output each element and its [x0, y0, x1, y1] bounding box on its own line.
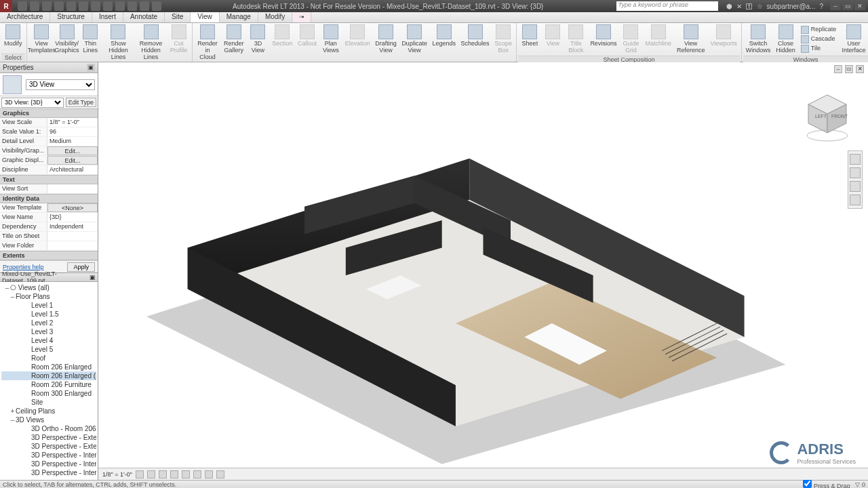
- visibility-graphics-button[interactable]: Visibility/ Graphics: [55, 23, 79, 62]
- search-input[interactable]: Type a keyword or phrase: [616, 1, 718, 11]
- key-icon[interactable]: ⚿: [746, 3, 753, 10]
- lock-3d-icon[interactable]: [193, 470, 201, 479]
- qat-more-icon[interactable]: [152, 1, 161, 11]
- tree-3d-item[interactable]: 3D Perspective - Interior: [1, 451, 96, 460]
- prop-detail-level[interactable]: Detail LevelMedium: [0, 137, 98, 146]
- close-hidden-button[interactable]: Close Hidden: [773, 23, 798, 56]
- tree-3d-item[interactable]: 3D Perspective - Exterio: [1, 433, 96, 442]
- view-cube[interactable]: LEFT FRONT: [800, 89, 854, 144]
- scale-display[interactable]: 1/8" = 1'-0": [102, 471, 132, 478]
- duplicate-view-button[interactable]: Duplicate View: [399, 23, 430, 62]
- tab-structure[interactable]: Structure: [50, 12, 92, 22]
- qat-save-icon[interactable]: [30, 1, 39, 11]
- type-dropdown[interactable]: 3D View: [26, 79, 95, 90]
- prop-view-scale[interactable]: View Scale1/8" = 1'-0": [0, 118, 98, 127]
- viewports-button[interactable]: Viewports: [707, 23, 739, 56]
- 3d-viewport[interactable]: – ▭ ✕: [98, 62, 868, 480]
- tree-level[interactable]: Roof: [1, 354, 96, 363]
- thin-lines-button[interactable]: Thin Lines: [79, 23, 102, 62]
- tree-level[interactable]: Level 2: [1, 319, 96, 327]
- qat-undo-icon[interactable]: [42, 1, 52, 11]
- tree-floor-plans[interactable]: –Floor Plans: [1, 292, 96, 301]
- tab-modify[interactable]: Modify: [258, 12, 292, 22]
- qat-dim-icon[interactable]: [91, 1, 100, 11]
- scope-box-button[interactable]: Scope Box: [492, 23, 515, 62]
- steering-wheel-icon[interactable]: [850, 154, 861, 165]
- tree-level[interactable]: Room 206 Enlarged: [1, 363, 96, 371]
- tree-level[interactable]: Level 3: [1, 327, 96, 336]
- prop-view-name[interactable]: View Name{3D}: [0, 213, 98, 222]
- signin-user[interactable]: subpartner@a...: [767, 3, 816, 10]
- prop-view-template[interactable]: View Template<None>: [0, 203, 98, 213]
- maximize-button[interactable]: ▭: [842, 2, 853, 10]
- tree-3d-item[interactable]: 3D Perspective - Interior: [1, 468, 96, 477]
- remove-hidden-lines-button[interactable]: Remove Hidden Lines: [134, 23, 167, 62]
- user-interface-button[interactable]: User Interface: [839, 23, 868, 56]
- view-reference-button[interactable]: View Reference: [674, 23, 708, 56]
- instance-dropdown[interactable]: 3D View: {3D}: [1, 98, 64, 108]
- prop-view-folder[interactable]: View Folder: [0, 241, 98, 251]
- guide-grid-button[interactable]: Guide Grid: [619, 23, 642, 56]
- tree-ceiling-plans[interactable]: +Ceiling Plans: [1, 407, 96, 415]
- matchline-button[interactable]: Matchline: [642, 23, 674, 56]
- modify-button[interactable]: Modify: [1, 23, 25, 54]
- qat-print-icon[interactable]: [66, 1, 76, 11]
- crop-region-icon[interactable]: [182, 470, 190, 479]
- tab-site[interactable]: Site: [165, 12, 191, 22]
- prop-dependency[interactable]: DependencyIndependent: [0, 222, 98, 232]
- exchange-icon[interactable]: ✕: [736, 3, 742, 10]
- model-canvas[interactable]: [98, 62, 868, 473]
- tab-insert[interactable]: Insert: [92, 12, 123, 22]
- qat-text-icon[interactable]: [103, 1, 113, 11]
- tree-level[interactable]: Level 1: [1, 301, 96, 310]
- plan-views-button[interactable]: Plan Views: [319, 23, 342, 62]
- temp-hide-icon[interactable]: [205, 470, 213, 479]
- sheet-button[interactable]: Sheet: [518, 23, 541, 56]
- tree-level[interactable]: Room 300 Enlarged: [1, 389, 96, 398]
- legends-button[interactable]: Legends: [430, 23, 458, 62]
- prop-discipline[interactable]: DisciplineArchitectural: [0, 165, 98, 175]
- qat-measure-icon[interactable]: [79, 1, 88, 11]
- 3d-view-button[interactable]: 3D View: [246, 23, 269, 62]
- visual-style-icon[interactable]: [136, 470, 144, 479]
- orbit-icon[interactable]: [850, 195, 861, 205]
- press-drag-toggle[interactable]: Press & Drag: [803, 479, 850, 488]
- tab-architecture[interactable]: Architecture: [0, 12, 50, 22]
- properties-type-selector[interactable]: 3D View: [0, 73, 98, 96]
- cut-profile-button[interactable]: Cut Profile: [167, 23, 191, 62]
- sun-path-icon[interactable]: [147, 470, 155, 479]
- fav-icon[interactable]: ☆: [757, 3, 763, 10]
- qat-section-icon[interactable]: [127, 1, 137, 11]
- tree-level[interactable]: Level 1.5: [1, 310, 96, 319]
- prop-scale-value[interactable]: Scale Value 1:96: [0, 127, 98, 137]
- prop-graphic-display[interactable]: Graphic Displ...Edit...: [0, 156, 98, 165]
- switch-windows-button[interactable]: Switch Windows: [743, 23, 774, 56]
- reveal-icon[interactable]: [216, 470, 224, 479]
- render-cloud-button[interactable]: Render in Cloud: [194, 23, 222, 62]
- tree-3d-item[interactable]: 3D Perspective - Interior: [1, 460, 96, 468]
- pan-icon[interactable]: [850, 167, 861, 178]
- edit-type-button[interactable]: Edit Type: [66, 98, 96, 107]
- subscription-icon[interactable]: ⬢: [726, 3, 732, 10]
- tree-level[interactable]: Room 206 Furniture: [1, 380, 96, 389]
- tab-annotate[interactable]: Annotate: [123, 12, 165, 22]
- drafting-view-button[interactable]: Drafting View: [372, 23, 399, 62]
- schedules-button[interactable]: Schedules: [458, 23, 492, 62]
- view-templates-button[interactable]: View Templates: [28, 23, 55, 62]
- minimize-button[interactable]: –: [830, 2, 841, 10]
- zoom-icon[interactable]: [850, 181, 861, 192]
- prop-visibility[interactable]: Visibility/Grap...Edit...: [0, 146, 98, 156]
- filter-icon[interactable]: ▽ 0: [855, 481, 865, 488]
- section-button[interactable]: Section: [269, 23, 295, 62]
- place-view-button[interactable]: View: [541, 23, 564, 56]
- qat-open-icon[interactable]: [18, 1, 27, 11]
- crop-view-icon[interactable]: [170, 470, 178, 479]
- tree-views-all[interactable]: –⎔ Views (all): [1, 283, 96, 292]
- title-block-button[interactable]: Title Block: [564, 23, 587, 56]
- replicate-button[interactable]: Replicate: [798, 25, 840, 35]
- prop-title-sheet[interactable]: Title on Sheet: [0, 232, 98, 241]
- tree-3d-item[interactable]: 3D Ortho - Room 206: [1, 424, 96, 433]
- properties-close-icon[interactable]: ▣: [87, 64, 95, 72]
- tree-level[interactable]: Level 4: [1, 336, 96, 345]
- close-button[interactable]: ✕: [854, 2, 865, 10]
